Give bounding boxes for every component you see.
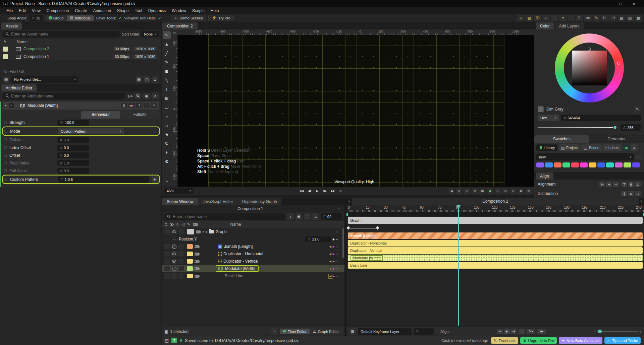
keyframe-row-position-y[interactable] [348, 224, 643, 232]
list-view-button[interactable]: ≡ [631, 144, 638, 151]
tag-icon[interactable] [195, 253, 200, 256]
circle-icon[interactable]: ○ [336, 245, 338, 248]
alpha-slider[interactable] [538, 127, 617, 128]
track-graph[interactable]: Graph [348, 217, 643, 224]
ease-button[interactable]: ✎▸ [527, 329, 535, 334]
menu-item[interactable]: Shape [114, 8, 132, 13]
prev-key-icon[interactable]: ◀ [129, 104, 131, 107]
loop-button[interactable]: ↻ [338, 189, 343, 193]
connection-port[interactable] [4, 138, 7, 141]
select-tool[interactable]: ↖ [163, 31, 171, 39]
group-mode-button[interactable]: Group [45, 15, 67, 21]
ruler-left[interactable]: 4503001500-150-300-450 [172, 35, 178, 187]
layer-color-swatch[interactable] [187, 266, 193, 271]
maximize-button[interactable]: ▢ [614, 2, 627, 6]
swatch-more-button[interactable]: ⋯ [635, 154, 642, 160]
snap-button[interactable]: ╂▸ [537, 329, 546, 334]
hue-selector[interactable] [617, 62, 620, 65]
keyframe-diamond-icon[interactable]: ◆ [332, 238, 334, 241]
settings-tool[interactable]: ⚙ [163, 158, 171, 165]
windows-icon[interactable]: ◫ [502, 188, 508, 194]
enabled-checkbox[interactable]: ✓ [9, 103, 14, 108]
frame-display[interactable]: 0 [456, 188, 462, 194]
minimize-button[interactable]: ─ [600, 2, 614, 6]
tab-align[interactable]: Align [536, 172, 553, 180]
tag-icon[interactable] [195, 275, 200, 278]
track-jsmath[interactable]: Jsmath [Length] [348, 232, 643, 239]
color-swatch[interactable] [562, 162, 570, 167]
visibility-toggle[interactable] [171, 259, 177, 264]
tab-behaviour[interactable]: Behaviour [81, 111, 120, 119]
asset-color-swatch[interactable] [3, 46, 8, 52]
color-swatch[interactable] [624, 162, 631, 167]
close-icon[interactable]: ✕ [336, 207, 342, 210]
jump-back-icon[interactable]: ◀ [448, 188, 454, 194]
asset-color-swatch[interactable] [3, 54, 8, 60]
prev-key-icon[interactable]: ◀ [329, 275, 331, 278]
grid-snap-icon[interactable]: ▦ [479, 188, 485, 194]
timeline-comp-tab[interactable]: Composition 2 [352, 198, 638, 205]
asset-search-input[interactable]: Enter an Asset name [2, 31, 120, 38]
viewport-canvas[interactable]: Hold S Direct Layer SelectionSpace Play … [178, 35, 534, 187]
layer-color-swatch[interactable] [187, 274, 193, 278]
attr-node-header[interactable]: ▾ ✓ ○ Modulate [Width] ⊟ ◀▶ ↧ ↔ ✕ [3, 101, 159, 110]
layer-row-jsmath[interactable]: ✓ JS Jsmath [Length] ◀ ▶ ○ [162, 243, 344, 250]
next-key-icon[interactable]: ▶ [333, 260, 335, 263]
circle-icon[interactable]: ○ [336, 253, 338, 256]
work-area-bar[interactable] [346, 212, 644, 216]
tag-icon[interactable] [196, 230, 201, 233]
more-ellipsis-icon[interactable]: ⋯ [568, 15, 575, 21]
layer-name[interactable]: Duplicator - Horizontal [223, 252, 263, 256]
menu-item[interactable]: Window [169, 8, 189, 13]
ruler-top[interactable]: -1050-900-750-600-450-300-15001503004506… [178, 29, 534, 35]
keyframe-nav-icons[interactable]: ◀▶ [128, 103, 135, 108]
direct-select-tool[interactable]: ▲ [163, 40, 171, 48]
keyframe-diamond[interactable] [376, 226, 379, 230]
timeline-ruler[interactable]: 0153045607590105120135150165180195210225… [346, 205, 644, 212]
menu-item[interactable]: Dynamics [145, 8, 169, 13]
layer-row-graph[interactable]: ▾ ● Graph ○ [162, 228, 344, 235]
connection-port[interactable] [4, 169, 7, 172]
scene-comp-tab[interactable]: Composition 1 [164, 206, 336, 211]
demo-scenes-button[interactable]: ∷Demo Scenes [172, 15, 206, 21]
filter-icon[interactable]: ∷ [304, 213, 311, 220]
layer-search-input[interactable]: Enter a layer name [164, 213, 285, 220]
layer-row-basic-line[interactable]: Basic Line ◀ ▶ ○ [162, 272, 344, 280]
solo-icon[interactable]: ○ [16, 104, 18, 107]
keyframe-layer-select[interactable]: Default Keyframe Layer [358, 328, 412, 335]
frame-icon[interactable]: Ⓕ [534, 15, 541, 21]
cube-icon[interactable]: ▧ [526, 15, 533, 21]
asset-name[interactable]: Composition 2 [23, 47, 49, 51]
align-h-center-icon[interactable]: ╪ [504, 329, 510, 334]
zoom-slider-handle[interactable] [598, 330, 602, 333]
visibility-toggle[interactable] [171, 251, 177, 257]
layer-name[interactable]: Basic Line [225, 274, 243, 278]
prev-key-icon[interactable]: ◀ [329, 245, 331, 248]
distribute-v-icon[interactable]: ≡ [628, 191, 634, 196]
strength-field[interactable]: %100.0 [57, 120, 89, 126]
layer-color-swatch[interactable] [187, 252, 193, 256]
project-browser-icon[interactable]: ▤ [3, 76, 9, 83]
menu-item[interactable]: Create [72, 8, 90, 13]
alpha-field[interactable]: A255 [621, 124, 641, 131]
connection-port[interactable] [4, 121, 7, 124]
pin-icon[interactable]: ↧ [136, 103, 142, 108]
zoom-out-icon[interactable]: − [593, 330, 595, 334]
line-tool[interactable]: ╲ [163, 76, 171, 84]
color-swatch[interactable] [632, 162, 640, 167]
distribute-h-icon[interactable]: ∥ [621, 191, 627, 196]
attr-clear-icon[interactable]: ✕ [152, 93, 159, 99]
color-swatch[interactable] [554, 162, 561, 167]
modulate-highlight-box[interactable]: Modulate [Width] [216, 265, 259, 272]
color-swatch[interactable] [545, 162, 553, 167]
grid-dots-icon[interactable]: ∷ [517, 15, 525, 21]
asset-row[interactable]: Composition 2 30.00fps 1920 x 1080 [0, 45, 161, 53]
add-pattern-button[interactable]: + [152, 177, 158, 183]
keyframe-diamond[interactable] [347, 226, 350, 230]
status-button[interactable]: ♛Upgrade to Pro [520, 337, 557, 344]
align-top-icon[interactable]: ⊤ [621, 182, 627, 187]
next-key-icon[interactable]: ▶ [333, 245, 335, 248]
enabled-checkbox[interactable]: ✓ [171, 266, 177, 271]
chevron-down-icon[interactable]: ▾ [203, 230, 204, 233]
color-swatch[interactable] [536, 162, 544, 167]
